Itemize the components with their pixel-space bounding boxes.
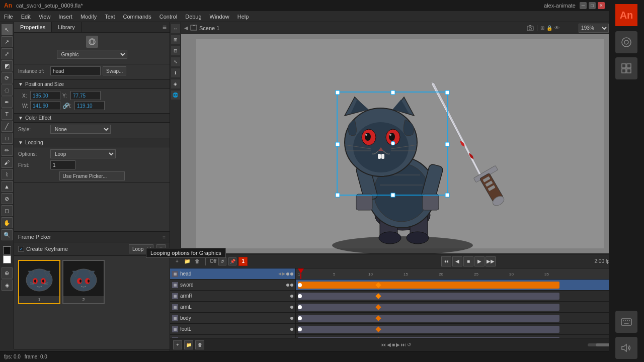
new-folder-icon[interactable]: 📁 — [183, 257, 191, 265]
new-layer-icon[interactable]: + — [173, 257, 181, 265]
bottom-ff[interactable]: ⏭ — [401, 342, 406, 347]
color-effect-header[interactable]: ▼ Color Effect — [14, 114, 170, 123]
create-keyframe-checkbox[interactable]: ✓ — [18, 246, 24, 252]
loop-icon[interactable]: ↺ — [218, 257, 226, 265]
scene-back-icon[interactable]: ◀ — [184, 25, 188, 31]
side-info-icon[interactable]: ℹ — [171, 68, 180, 77]
instance-of-input[interactable] — [50, 66, 101, 75]
zoom-select[interactable]: 193% — [579, 24, 609, 33]
rp-icon-1[interactable] — [615, 31, 637, 53]
step-forward-button[interactable]: ▶▶ — [486, 256, 496, 266]
menu-file[interactable]: File — [0, 11, 17, 22]
frame-thumb-1[interactable]: 1 — [18, 260, 60, 304]
menu-commands[interactable]: Commands — [119, 11, 155, 22]
tool-3d-rotate[interactable]: ⟳ — [2, 72, 13, 83]
menu-view[interactable]: View — [35, 11, 55, 22]
layer-footL[interactable]: ▦ footL — [170, 324, 295, 335]
tool-paint-bucket[interactable]: ▲ — [2, 181, 13, 192]
looping-header[interactable]: ▼ Looping — [14, 138, 170, 147]
menu-modify[interactable]: Modify — [76, 11, 101, 22]
tl-bottom-delete[interactable]: 🗑 — [195, 340, 204, 349]
menu-window[interactable]: Window — [206, 11, 233, 22]
tool-pen[interactable]: ✒ — [2, 97, 13, 108]
use-frame-picker-button[interactable]: Use Frame Picker... — [59, 171, 125, 180]
tab-properties[interactable]: Properties — [14, 22, 52, 32]
tool-eyedropper[interactable]: ⊘ — [2, 193, 13, 204]
tool-brush[interactable]: 🖌 — [2, 157, 13, 168]
eye-icon[interactable]: 👁 — [554, 25, 559, 31]
layer-armL[interactable]: ▦ armL — [170, 302, 295, 313]
side-transform-icon[interactable]: ⤡ — [171, 57, 180, 66]
tool-lasso[interactable]: ◌ — [2, 84, 13, 96]
tool-rect[interactable]: □ — [2, 133, 13, 144]
tool-line[interactable]: ╱ — [2, 121, 13, 132]
fp-loop-select[interactable]: Loop — [129, 244, 153, 253]
tool-select[interactable]: ↖ — [2, 24, 13, 35]
maximize-button[interactable]: □ — [589, 2, 596, 9]
lock-icon[interactable]: 🔒 — [546, 25, 552, 31]
frame-thumb-2[interactable]: 2 — [62, 260, 105, 304]
sound-icon-btn[interactable] — [615, 337, 637, 359]
side-filters-icon[interactable]: 🌐 — [171, 90, 180, 100]
side-grid-icon[interactable]: ⊞ — [171, 35, 180, 44]
track-sword[interactable] — [296, 291, 644, 302]
tl-bottom-folder[interactable]: 📁 — [184, 340, 193, 349]
first-frame-input[interactable] — [50, 160, 75, 169]
y-input[interactable] — [70, 91, 101, 100]
layer-armR[interactable]: ▦ armR — [170, 291, 295, 302]
track-armR[interactable] — [296, 302, 644, 313]
layer-sword[interactable]: ▦ sword — [170, 280, 295, 291]
menu-control[interactable]: Control — [155, 11, 181, 22]
tab-library[interactable]: Library — [52, 22, 82, 32]
tool-gradient[interactable]: ◩ — [2, 60, 13, 71]
bottom-rewind[interactable]: ⏮ — [381, 342, 386, 347]
menu-debug[interactable]: Debug — [181, 11, 205, 22]
stroke-color-swatch[interactable] — [3, 246, 11, 254]
style-select[interactable]: None — [50, 125, 111, 134]
x-input[interactable] — [30, 91, 60, 100]
keyboard-icon-btn[interactable] — [615, 311, 637, 333]
tl-bottom-new-layer[interactable]: + — [173, 340, 182, 349]
side-components-icon[interactable]: ◈ — [171, 79, 180, 88]
w-input[interactable] — [30, 101, 60, 110]
tool-free-transform[interactable]: ⤢ — [2, 48, 13, 59]
tool-pencil[interactable]: ✏ — [2, 145, 13, 156]
swap-button[interactable]: Swap... — [103, 66, 126, 75]
panel-menu-icon[interactable]: ≡ — [159, 22, 170, 32]
rp-icon-2[interactable] — [615, 57, 637, 79]
bottom-stop[interactable]: ■ — [392, 342, 395, 347]
minimize-button[interactable]: ─ — [580, 2, 587, 9]
step-back-button[interactable]: ◀ — [452, 256, 462, 266]
camera-icon[interactable] — [527, 25, 534, 32]
play-button[interactable]: ▶ — [474, 256, 485, 266]
tool-subselect[interactable]: ↗ — [2, 36, 13, 47]
pin-icon[interactable]: 📌 — [228, 257, 236, 265]
tool-zoom[interactable]: 🔍 — [2, 229, 13, 240]
tool-hand[interactable]: ✋ — [2, 217, 13, 228]
fp-dropdown-arrow[interactable]: ▼ — [156, 244, 166, 253]
tool-snap[interactable]: ⊕ — [2, 267, 13, 279]
play-back-icon[interactable]: ◀ — [278, 272, 281, 276]
tool-text[interactable]: T — [2, 109, 13, 120]
position-size-header[interactable]: ▼ Position and Size — [14, 80, 170, 89]
tool-asset[interactable]: ◈ — [2, 280, 13, 291]
h-input[interactable] — [74, 101, 105, 110]
loop-options-select[interactable]: Loop — [50, 149, 116, 158]
close-button[interactable]: ✕ — [598, 2, 605, 9]
track-head[interactable] — [296, 280, 644, 291]
fill-color-swatch[interactable] — [3, 255, 11, 263]
bottom-play[interactable]: ▶ — [396, 342, 400, 347]
side-align-icon[interactable]: ⊟ — [171, 46, 180, 55]
stop-button[interactable]: ■ — [463, 256, 473, 266]
rewind-button[interactable]: ⏮ — [441, 256, 451, 266]
delete-layer-icon[interactable]: 🗑 — [193, 257, 201, 265]
menu-insert[interactable]: Insert — [54, 11, 76, 22]
bottom-loop[interactable]: ↺ — [407, 342, 411, 347]
menu-text[interactable]: Text — [101, 11, 119, 22]
play-fwd-icon[interactable]: ▶ — [282, 272, 285, 276]
bottom-step-back[interactable]: ◀ — [387, 342, 391, 347]
menu-help[interactable]: Help — [233, 11, 253, 22]
menu-edit[interactable]: Edit — [17, 11, 35, 22]
layer-body[interactable]: ▦ body — [170, 313, 295, 324]
tool-eraser[interactable]: ◻ — [2, 205, 13, 216]
